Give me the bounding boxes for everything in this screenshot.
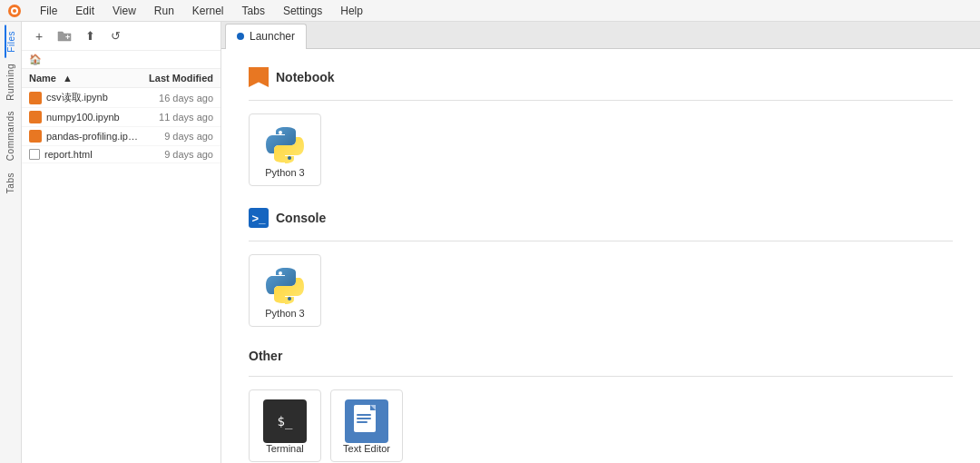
other-section-header: Other xyxy=(249,349,953,363)
python-logo-icon xyxy=(263,123,307,167)
file-date: 11 days ago xyxy=(141,112,213,123)
home-icon: 🏠 xyxy=(29,54,42,64)
svg-point-7 xyxy=(288,297,291,300)
content-area: Launcher Notebook xyxy=(221,22,980,463)
file-path: 🏠 xyxy=(22,51,220,69)
upload-button[interactable]: ⬆ xyxy=(80,26,100,46)
console-section-label: Console xyxy=(276,211,326,225)
notebook-section-label: Notebook xyxy=(276,70,335,84)
notebook-grid: Python 3 xyxy=(249,113,953,186)
file-list-header: Name ▲ Last Modified xyxy=(22,69,220,88)
menu-edit[interactable]: Edit xyxy=(72,3,98,19)
svg-point-5 xyxy=(288,156,291,160)
main-layout: Files Running Commands Tabs + + ⬆ ↺ 🏠 Na… xyxy=(0,22,980,463)
file-date: 16 days ago xyxy=(141,93,213,103)
tab-bar: Launcher xyxy=(221,22,980,49)
svg-text:+: + xyxy=(65,33,70,42)
console-divider xyxy=(249,241,953,241)
python-console-logo-icon xyxy=(263,264,307,308)
terminal-icon: $_ xyxy=(263,399,307,443)
notebook-icon xyxy=(29,92,42,104)
file-name: pandas-profiling.ipynb xyxy=(46,131,141,142)
svg-rect-13 xyxy=(357,421,368,423)
sidebar-item-files[interactable]: Files xyxy=(5,25,16,58)
terminal-card[interactable]: $_ Terminal xyxy=(249,389,321,462)
console-section-header: >_ Console xyxy=(249,208,953,228)
file-toolbar: + + ⬆ ↺ xyxy=(22,22,220,51)
svg-point-2 xyxy=(13,9,16,13)
terminal-label: Terminal xyxy=(266,443,304,454)
text-editor-card[interactable]: Text Editor xyxy=(330,389,403,462)
svg-rect-11 xyxy=(357,414,371,416)
python3-notebook-label: Python 3 xyxy=(265,167,304,178)
python3-console-card[interactable]: Python 3 xyxy=(249,254,321,327)
text-editor-label: Text Editor xyxy=(343,443,390,454)
menu-view[interactable]: View xyxy=(109,3,140,19)
file-panel: + + ⬆ ↺ 🏠 Name ▲ Last Modified xyxy=(22,22,221,463)
tab-dot xyxy=(237,33,244,40)
svg-point-4 xyxy=(279,131,282,134)
menu-file[interactable]: File xyxy=(36,3,61,19)
html-icon xyxy=(29,149,40,160)
file-name: csv读取.ipynb xyxy=(46,91,141,104)
launcher: Notebook xyxy=(221,49,980,463)
file-item[interactable]: report.html 9 days ago xyxy=(22,146,220,163)
svg-point-6 xyxy=(279,271,282,275)
col-modified-header: Last Modified xyxy=(132,73,213,84)
sidebar-item-running[interactable]: Running xyxy=(5,58,15,106)
notebook-divider xyxy=(249,100,953,101)
python3-console-label: Python 3 xyxy=(265,308,304,319)
text-editor-icon xyxy=(345,399,388,443)
file-item[interactable]: csv读取.ipynb 16 days ago xyxy=(22,88,220,108)
menu-help[interactable]: Help xyxy=(337,3,367,19)
svg-rect-12 xyxy=(357,418,371,419)
new-file-button[interactable]: + xyxy=(29,26,49,46)
jupyter-logo xyxy=(7,4,22,18)
file-item[interactable]: numpy100.ipynb 11 days ago xyxy=(22,108,220,127)
console-section-icon: >_ xyxy=(249,208,269,228)
notebook-section-icon xyxy=(249,67,269,87)
console-grid: Python 3 xyxy=(249,254,953,327)
col-name-header[interactable]: Name ▲ xyxy=(29,73,132,84)
notebook-icon xyxy=(29,130,42,143)
other-divider xyxy=(249,376,953,377)
sidebar-item-tabs[interactable]: Tabs xyxy=(5,167,15,199)
other-grid: $_ Terminal xyxy=(249,389,953,462)
file-date: 9 days ago xyxy=(141,131,213,142)
new-folder-button[interactable]: + xyxy=(54,26,74,46)
menu-settings[interactable]: Settings xyxy=(279,3,326,19)
tab-label: Launcher xyxy=(250,30,295,43)
file-list: csv读取.ipynb 16 days ago numpy100.ipynb 1… xyxy=(22,88,220,463)
file-name: numpy100.ipynb xyxy=(46,112,141,123)
launcher-tab[interactable]: Launcher xyxy=(225,24,307,49)
other-section-label: Other xyxy=(249,349,282,363)
menu-tabs[interactable]: Tabs xyxy=(239,3,269,19)
notebook-section-header: Notebook xyxy=(249,67,953,87)
file-date: 9 days ago xyxy=(141,149,213,160)
menubar: File Edit View Run Kernel Tabs Settings … xyxy=(0,0,980,22)
sidebar-icons: Files Running Commands Tabs xyxy=(0,22,22,463)
file-name: report.html xyxy=(44,149,141,160)
sidebar-item-commands[interactable]: Commands xyxy=(5,105,15,166)
menu-kernel[interactable]: Kernel xyxy=(189,3,228,19)
menu-run[interactable]: Run xyxy=(151,3,178,19)
notebook-icon xyxy=(29,111,42,123)
python3-notebook-card[interactable]: Python 3 xyxy=(249,113,321,186)
file-item[interactable]: pandas-profiling.ipynb 9 days ago xyxy=(22,127,220,146)
refresh-button[interactable]: ↺ xyxy=(105,26,125,46)
